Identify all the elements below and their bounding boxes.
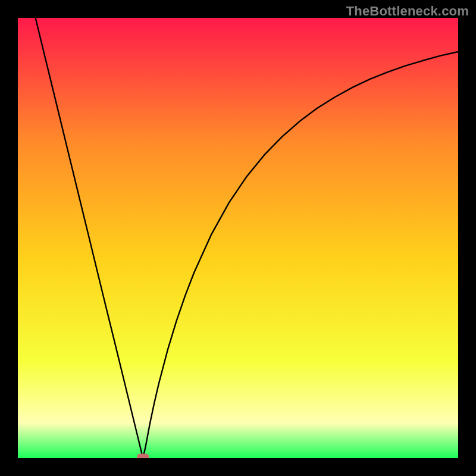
minimum-marker: [137, 454, 149, 458]
watermark-text: TheBottleneck.com: [346, 4, 469, 19]
chart-svg: [18, 18, 458, 458]
plot-area: [18, 18, 458, 458]
gradient-background: [18, 18, 458, 458]
chart-frame: TheBottleneck.com: [0, 0, 476, 476]
